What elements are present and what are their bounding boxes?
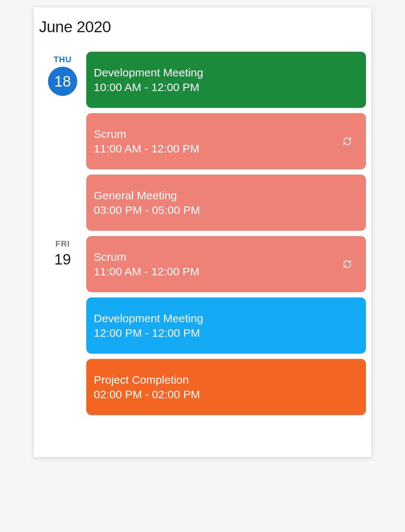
event-text: General Meeting03:00 PM - 05:00 PM [94,188,200,217]
day-name-label: FRI [56,239,70,249]
event-time: 10:00 AM - 12:00 PM [94,80,203,94]
day-header[interactable]: FRI19 [39,236,86,415]
events-column: Scrum11:00 AM - 12:00 PM Development Mee… [86,236,366,415]
event-text: Scrum11:00 AM - 12:00 PM [94,250,200,279]
day-name-label: THU [54,55,72,64]
day-section: FRI19Scrum11:00 AM - 12:00 PM Developmen… [39,236,366,415]
event-text: Development Meeting10:00 AM - 12:00 PM [94,65,203,94]
day-number-today: 18 [48,67,77,96]
event-card[interactable]: Scrum11:00 AM - 12:00 PM [86,113,366,169]
day-number: 19 [54,251,71,268]
event-text: Scrum11:00 AM - 12:00 PM [94,127,200,156]
event-title: Project Completion [94,372,200,387]
event-title: Development Meeting [94,65,203,80]
event-card[interactable]: General Meeting03:00 PM - 05:00 PM [86,175,366,231]
calendar-agenda-view: June 2020 THU18Development Meeting10:00 … [34,7,371,457]
event-time: 11:00 AM - 12:00 PM [94,141,200,156]
event-card[interactable]: Project Completion02:00 PM - 02:00 PM [86,359,366,415]
events-column: Development Meeting10:00 AM - 12:00 PMSc… [86,52,366,231]
event-text: Development Meeting12:00 PM - 12:00 PM [94,311,203,340]
day-header[interactable]: THU18 [39,52,86,231]
event-time: 11:00 AM - 12:00 PM [94,264,200,279]
event-title: Development Meeting [94,311,203,326]
recurring-icon [343,137,352,146]
event-time: 02:00 PM - 02:00 PM [94,387,200,402]
event-card[interactable]: Development Meeting10:00 AM - 12:00 PM [86,52,366,108]
event-title: Scrum [94,250,200,264]
days-list: THU18Development Meeting10:00 AM - 12:00… [39,52,366,415]
event-card[interactable]: Scrum11:00 AM - 12:00 PM [86,236,366,292]
day-section: THU18Development Meeting10:00 AM - 12:00… [39,52,366,231]
event-title: General Meeting [94,188,200,203]
event-time: 03:00 PM - 05:00 PM [94,203,200,217]
event-time: 12:00 PM - 12:00 PM [94,326,203,340]
event-title: Scrum [94,127,200,141]
recurring-icon [343,260,352,269]
calendar-month-title: June 2020 [39,18,366,36]
event-card[interactable]: Development Meeting12:00 PM - 12:00 PM [86,297,366,354]
event-text: Project Completion02:00 PM - 02:00 PM [94,372,200,402]
